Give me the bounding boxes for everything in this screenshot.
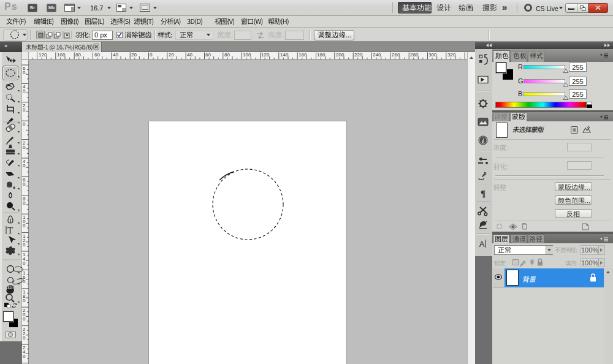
svg-text:A: A xyxy=(479,240,485,249)
svg-text:i: i xyxy=(482,137,484,144)
svg-text:¶: ¶ xyxy=(481,189,485,199)
svg-text:T: T xyxy=(7,226,13,235)
